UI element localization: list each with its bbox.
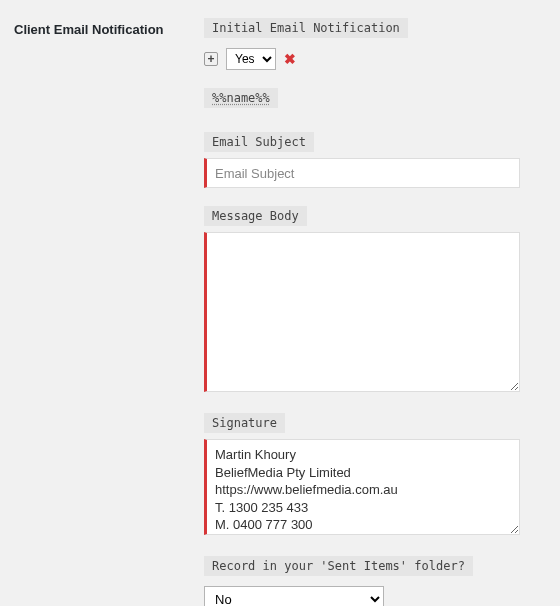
initial-notification-chip: Initial Email Notification bbox=[204, 18, 408, 38]
signature-input[interactable] bbox=[204, 439, 520, 535]
message-body-input[interactable] bbox=[204, 232, 520, 392]
remove-icon[interactable]: ✖ bbox=[284, 51, 296, 67]
section-title: Client Email Notification bbox=[14, 18, 194, 606]
name-token[interactable]: %%name%% bbox=[204, 88, 278, 108]
signature-label: Signature bbox=[204, 413, 285, 433]
record-sent-select[interactable]: NoYes bbox=[204, 586, 384, 606]
record-sent-label: Record in your 'Sent Items' folder? bbox=[204, 556, 473, 576]
email-subject-label: Email Subject bbox=[204, 132, 314, 152]
message-body-label: Message Body bbox=[204, 206, 307, 226]
email-subject-input[interactable] bbox=[204, 158, 520, 188]
add-icon[interactable]: + bbox=[204, 52, 218, 66]
yes-no-select[interactable]: YesNo bbox=[226, 48, 276, 70]
